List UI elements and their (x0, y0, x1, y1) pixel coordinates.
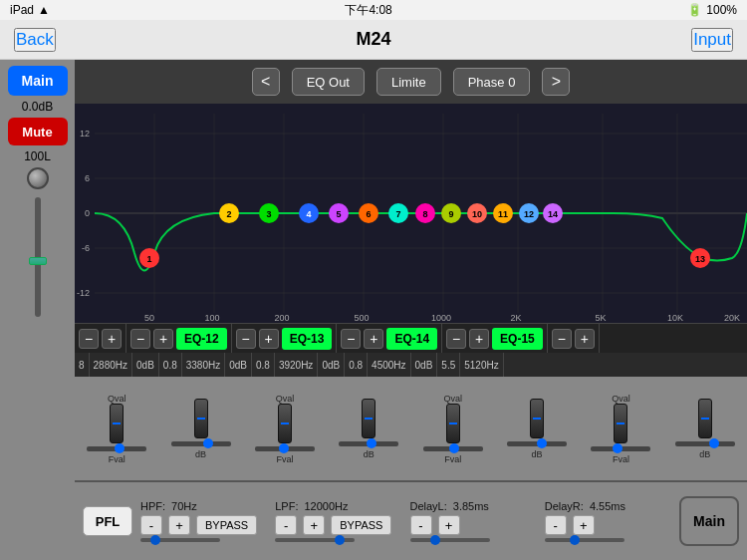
fader-col-3: Qval Fval (243, 381, 327, 476)
lpf-plus-button[interactable]: + (303, 515, 325, 535)
svg-text:500: 500 (354, 313, 369, 323)
fader-track-8[interactable] (675, 441, 735, 446)
param-8: 0dB (318, 353, 345, 377)
svg-text:6: 6 (366, 209, 371, 219)
fader-track-4[interactable] (339, 441, 398, 446)
limite-button[interactable]: Limite (376, 68, 441, 96)
svg-text:9: 9 (448, 209, 453, 219)
fader-track-5[interactable] (423, 446, 483, 451)
fader-label-db2: dB (364, 449, 374, 459)
eq-13-plus-button[interactable]: + (259, 329, 279, 349)
fader-thumb-6 (537, 438, 547, 448)
fader-1[interactable] (110, 404, 124, 443)
param-13: 5120Hz (460, 353, 503, 377)
eq-extra-minus-button[interactable]: − (79, 329, 99, 349)
eq-12-plus-button[interactable]: + (153, 329, 173, 349)
eq-12-label-button[interactable]: EQ-12 (176, 328, 227, 350)
status-bar: iPad ▲ 下午4:08 🔋 100% (0, 0, 747, 20)
fader-2[interactable] (194, 399, 208, 438)
param-3: 0.8 (159, 353, 182, 377)
phase-button[interactable]: Phase 0 (453, 68, 531, 96)
back-button[interactable]: Back (14, 28, 56, 52)
fader-label-db: dB (195, 449, 206, 459)
next-button[interactable]: > (542, 68, 570, 96)
fader-3[interactable] (278, 404, 292, 443)
eq-13-label-button[interactable]: EQ-13 (282, 328, 333, 350)
hpf-slider-thumb (150, 535, 160, 545)
eq-14-plus-button[interactable]: + (364, 329, 383, 349)
main-content: Main 0.0dB Mute 100L < EQ Out Limite Pha… (0, 60, 747, 560)
svg-text:2K: 2K (510, 313, 521, 323)
fader-track-6[interactable] (507, 441, 567, 446)
fader-4[interactable] (362, 399, 375, 438)
fader-col-5: Qval Fval (411, 381, 495, 476)
lpf-minus-button[interactable]: - (275, 515, 297, 535)
svg-text:5K: 5K (595, 313, 606, 323)
main-channel-button[interactable]: Main (8, 66, 68, 96)
delayl-row: DelayL: 3.85ms (410, 500, 537, 512)
fader-col-7: Qval Fval (579, 381, 662, 476)
fader-7[interactable] (614, 404, 627, 443)
hpf-minus-button[interactable]: - (140, 515, 162, 535)
eq-extra2-plus-button[interactable]: + (575, 329, 595, 349)
fader-track-2[interactable] (171, 441, 231, 446)
input-button[interactable]: Input (691, 28, 733, 52)
param-11: 0dB (411, 353, 438, 377)
svg-text:12: 12 (80, 129, 90, 139)
eq-14-minus-button[interactable]: − (341, 329, 361, 349)
prev-button[interactable]: < (252, 68, 280, 96)
channel-fader-thumb[interactable] (29, 257, 47, 265)
hpf-row: HPF: 70Hz (140, 500, 267, 512)
mute-button[interactable]: Mute (8, 118, 68, 145)
eq-extra2-minus-button[interactable]: − (552, 329, 572, 349)
main-bottom-button[interactable]: Main (679, 496, 739, 546)
pfl-button[interactable]: PFL (83, 506, 132, 536)
fader-label-fval3: Fval (444, 454, 461, 464)
delayr-slider[interactable] (545, 538, 624, 542)
delayl-plus-button[interactable]: + (438, 515, 460, 535)
fader-track-7[interactable] (591, 446, 650, 451)
pan-knob[interactable] (27, 167, 49, 189)
delayl-slider[interactable] (410, 538, 490, 542)
delayr-plus-button[interactable]: + (573, 515, 595, 535)
fader-col-6: dB (495, 381, 579, 476)
fader-8[interactable] (698, 399, 712, 438)
eq-15-label-button[interactable]: EQ-15 (492, 328, 543, 350)
param-5: 0dB (225, 353, 252, 377)
eq-13-minus-button[interactable]: − (236, 329, 256, 349)
fader-thumb-3 (279, 443, 289, 453)
eq-extra-plus-button[interactable]: + (102, 329, 122, 349)
hpf-slider[interactable] (140, 538, 220, 542)
lpf-bypass-button[interactable]: BYPASS (331, 515, 391, 535)
svg-text:200: 200 (274, 313, 289, 323)
fader-track-1[interactable] (87, 446, 146, 451)
eq-band-extra-plus: − + (548, 324, 600, 353)
eq-12-minus-button[interactable]: − (130, 329, 150, 349)
param-9: 0.8 (345, 353, 368, 377)
fader-col-1: Qval Fval (75, 381, 158, 476)
delayl-minus-button[interactable]: - (410, 515, 432, 535)
delayr-row: DelayR: 4.55ms (545, 500, 671, 512)
fader-5[interactable] (446, 404, 460, 443)
param-2: 0dB (132, 353, 159, 377)
fader-6[interactable] (530, 399, 544, 438)
delayl-controls: - + (410, 515, 537, 535)
lpf-slider[interactable] (275, 538, 355, 542)
eq-15-plus-button[interactable]: + (469, 329, 489, 349)
delayr-minus-button[interactable]: - (545, 515, 567, 535)
fader-label-qval: Qval (108, 394, 126, 404)
hpf-plus-button[interactable]: + (168, 515, 190, 535)
fader-track-3[interactable] (255, 446, 315, 451)
eq-out-button[interactable]: EQ Out (292, 68, 365, 96)
param-4: 3380Hz (182, 353, 225, 377)
svg-text:8: 8 (422, 209, 427, 219)
eq-14-label-button[interactable]: EQ-14 (386, 328, 437, 350)
lpf-controls: - + BYPASS (275, 515, 401, 535)
hpf-bypass-button[interactable]: BYPASS (196, 515, 257, 535)
device-label: iPad (10, 3, 34, 17)
hpf-controls: - + BYPASS (140, 515, 267, 535)
lpf-label: LPF: (275, 500, 298, 512)
param-1: 2880Hz (90, 353, 132, 377)
eq-15-minus-button[interactable]: − (446, 329, 466, 349)
fader-label-db3: dB (532, 449, 543, 459)
